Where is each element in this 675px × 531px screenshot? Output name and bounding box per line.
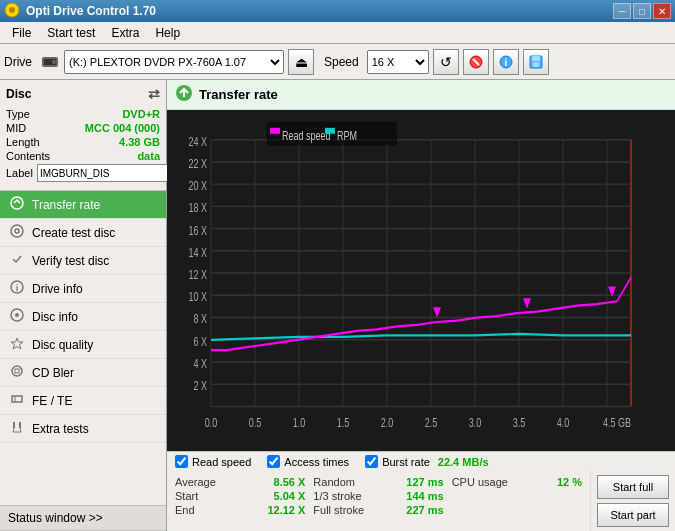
nav-label-transfer-rate: Transfer rate <box>32 198 100 212</box>
svg-text:2.5: 2.5 <box>425 416 438 430</box>
erase-button[interactable] <box>463 49 489 75</box>
verify-icon <box>10 252 24 269</box>
access-times-checkbox[interactable] <box>267 455 280 468</box>
end-row: End 12.12 X <box>175 503 305 517</box>
disc-contents-label: Contents <box>6 150 50 162</box>
sidebar: Disc ⇄ Type DVD+R MID MCC 004 (000) Leng… <box>0 80 167 531</box>
nav-verify-test-disc[interactable]: Verify test disc <box>0 247 166 275</box>
average-label: Average <box>175 476 216 488</box>
disc-label-label: Label <box>6 167 33 179</box>
start-part-button[interactable]: Start part <box>597 503 669 527</box>
average-row: Average 8.56 X <box>175 475 305 489</box>
svg-rect-11 <box>533 62 539 67</box>
menu-start-test[interactable]: Start test <box>39 24 103 42</box>
svg-text:14 X: 14 X <box>188 245 207 259</box>
svg-text:20 X: 20 X <box>188 178 207 192</box>
speed-label: Speed <box>324 55 359 69</box>
nav-label-disc-quality: Disc quality <box>32 338 93 352</box>
nav-fe-te[interactable]: FE / TE <box>0 387 166 415</box>
col1-stats: Average 8.56 X Start 5.04 X End 12.12 X <box>175 475 305 517</box>
random-label: Random <box>313 476 355 488</box>
disc-length-row: Length 4.38 GB <box>6 136 160 148</box>
checkbox-row: Read speed Access times Burst rate 22.4 … <box>167 451 675 471</box>
nav-create-test-disc[interactable]: Create test disc <box>0 219 166 247</box>
svg-point-18 <box>15 313 19 317</box>
svg-point-4 <box>52 60 56 64</box>
stroke13-label: 1/3 stroke <box>313 490 361 502</box>
svg-point-12 <box>11 197 23 209</box>
svg-rect-81 <box>325 128 335 134</box>
disc-type-row: Type DVD+R <box>6 108 160 120</box>
nav-label-fe-te: FE / TE <box>32 394 72 408</box>
svg-rect-22 <box>12 396 22 402</box>
nav-label-extra-tests: Extra tests <box>32 422 89 436</box>
status-window-button[interactable]: Status window >> <box>0 505 166 531</box>
refresh-button[interactable]: ↺ <box>433 49 459 75</box>
close-button[interactable]: ✕ <box>653 3 671 19</box>
minimize-button[interactable]: ─ <box>613 3 631 19</box>
disc-label-input[interactable] <box>37 164 170 182</box>
disc-mid-label: MID <box>6 122 26 134</box>
drive-info-icon: i <box>10 280 24 297</box>
menu-file[interactable]: File <box>4 24 39 42</box>
eject-button[interactable]: ⏏ <box>288 49 314 75</box>
cpu-usage-label: CPU usage <box>452 476 508 488</box>
title-bar: Opti Drive Control 1.70 ─ □ ✕ <box>0 0 675 22</box>
chart-area: Read speed RPM <box>167 110 675 451</box>
svg-text:3.0: 3.0 <box>469 416 482 430</box>
nav-label-disc-info: Disc info <box>32 310 78 324</box>
menu-help[interactable]: Help <box>147 24 188 42</box>
end-value: 12.12 X <box>255 504 305 516</box>
transfer-rate-title: Transfer rate <box>199 87 278 102</box>
menu-extra[interactable]: Extra <box>103 24 147 42</box>
random-row: Random 127 ms <box>313 475 443 489</box>
svg-marker-19 <box>11 338 23 349</box>
stats-buttons-area: Average 8.56 X Start 5.04 X End 12.12 X <box>167 471 675 531</box>
start-label: Start <box>175 490 198 502</box>
nav-label-drive-info: Drive info <box>32 282 83 296</box>
disc-contents-row: Contents data <box>6 150 160 162</box>
svg-text:22 X: 22 X <box>188 156 207 170</box>
nav-disc-info[interactable]: Disc info <box>0 303 166 331</box>
random-value: 127 ms <box>394 476 444 488</box>
read-speed-check-label: Read speed <box>192 456 251 468</box>
save-button[interactable] <box>523 49 549 75</box>
start-full-button[interactable]: Start full <box>597 475 669 499</box>
transfer-rate-header-icon <box>175 84 193 105</box>
nav-label-verify-test-disc: Verify test disc <box>32 254 109 268</box>
buttons-section: Start full Start part <box>590 471 675 531</box>
svg-text:RPM: RPM <box>337 128 357 142</box>
burst-rate-checkbox[interactable] <box>365 455 378 468</box>
nav-cd-bler[interactable]: CD Bler <box>0 359 166 387</box>
access-times-check-item: Access times <box>267 455 349 468</box>
disc-header: Disc ⇄ <box>6 86 160 102</box>
nav-extra-tests[interactable]: Extra tests <box>0 415 166 443</box>
disc-length-value: 4.38 GB <box>119 136 160 148</box>
transfer-rate-header: Transfer rate <box>167 80 675 110</box>
chart-svg: 24 X 22 X 20 X 18 X 16 X 14 X 12 X 10 X … <box>167 110 675 451</box>
disc-arrows[interactable]: ⇄ <box>148 86 160 102</box>
end-label: End <box>175 504 195 516</box>
nav-transfer-rate[interactable]: Transfer rate <box>0 191 166 219</box>
average-value: 8.56 X <box>255 476 305 488</box>
maximize-button[interactable]: □ <box>633 3 651 19</box>
speed-dropdown[interactable]: 16 XMax1 X4 X8 X <box>367 50 429 74</box>
nav-label-cd-bler: CD Bler <box>32 366 74 380</box>
svg-point-14 <box>15 229 19 233</box>
read-speed-checkbox[interactable] <box>175 455 188 468</box>
cpu-usage-row: CPU usage 12 % <box>452 475 582 489</box>
speed-selector: 16 XMax1 X4 X8 X <box>367 50 429 74</box>
svg-text:24 X: 24 X <box>188 134 207 148</box>
content-area: Transfer rate Read speed RPM <box>167 80 675 531</box>
svg-rect-10 <box>532 56 540 61</box>
disc-label-row: Label ↻ <box>6 164 160 182</box>
disc-type-label: Type <box>6 108 30 120</box>
svg-text:i: i <box>16 283 19 293</box>
svg-text:Read speed: Read speed <box>282 128 331 142</box>
nav-disc-quality[interactable]: Disc quality <box>0 331 166 359</box>
nav-drive-info[interactable]: i Drive info <box>0 275 166 303</box>
disc-mid-row: MID MCC 004 (000) <box>6 122 160 134</box>
svg-rect-28 <box>167 110 675 451</box>
info-button[interactable]: i <box>493 49 519 75</box>
drive-dropdown[interactable]: (K:) PLEXTOR DVDR PX-760A 1.07 <box>64 50 284 74</box>
